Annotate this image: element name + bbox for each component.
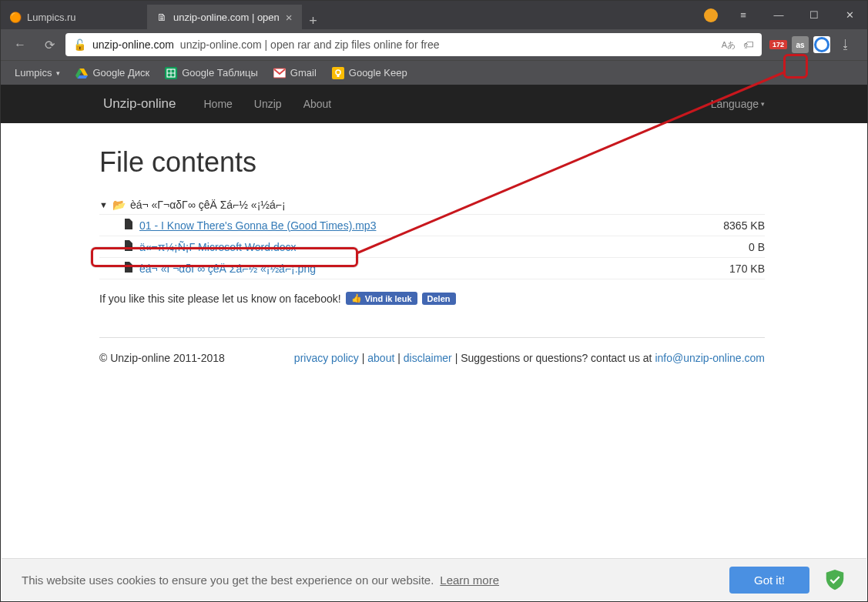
site-navbar: Unzip-online Home Unzip About Language ▾ (1, 85, 867, 123)
language-dropdown[interactable]: Language ▾ (711, 98, 765, 110)
bookmark-label: Gmail (290, 67, 317, 79)
file-row: èá¬ «Γ¬αδΓ∞ çêÄ Σá⌐½ «¡½á⌐¡.png 170 KB (99, 257, 765, 279)
globe-icon: 🟠 (10, 12, 21, 22)
translate-icon[interactable]: Aあ (722, 39, 736, 51)
bookmark-gmail[interactable]: Gmail (267, 64, 323, 82)
file-link[interactable]: ä«¬π¼¡Ñ¡Γ Microsoft Word.docx (139, 241, 296, 253)
facebook-share-button[interactable]: Delen (422, 293, 456, 305)
file-row: ä«¬π¼¡Ñ¡Γ Microsoft Word.docx 0 B (99, 236, 765, 257)
close-window-button[interactable]: ✕ (832, 1, 867, 29)
extension-badge[interactable]: 172 (769, 40, 787, 49)
extension-orange-icon[interactable] (704, 8, 718, 22)
titlebar: 🟠 Lumpics.ru 🗎 unzip-online.com | open ×… (1, 1, 867, 29)
footer-links: privacy policy | about | disclaimer | Su… (294, 352, 765, 364)
page-heading: File contents (99, 146, 765, 179)
file-row: 01 - I Know There's Gonna Be (Good Times… (99, 214, 765, 236)
footer-disclaimer[interactable]: disclaimer (404, 352, 452, 364)
file-icon (124, 219, 133, 232)
svg-rect-10 (337, 75, 339, 77)
footer-about[interactable]: about (367, 352, 394, 364)
language-label: Language (711, 98, 759, 110)
file-icon (124, 262, 133, 275)
new-tab-button[interactable]: + (302, 13, 325, 29)
maximize-button[interactable]: ☐ (796, 1, 832, 29)
address-bar: ← ⟳ 🔓 unzip-online.com unzip-online.com … (1, 29, 867, 60)
cookie-banner: This website uses cookies to ensure you … (2, 558, 866, 600)
tab-title: unzip-online.com | open (173, 12, 280, 23)
back-button[interactable]: ← (7, 33, 33, 56)
tab-lumpics[interactable]: 🟠 Lumpics.ru (1, 5, 147, 29)
bookmark-google-sheets[interactable]: Google Таблицы (159, 64, 264, 82)
bookmark-google-keep[interactable]: Google Keep (326, 64, 414, 82)
bookmark-icon[interactable]: 🏷 (743, 38, 754, 51)
reload-button[interactable]: ⟳ (36, 33, 62, 56)
file-size: 170 KB (729, 263, 765, 275)
cookie-text: This website uses cookies to ensure you … (22, 574, 434, 587)
footer-email[interactable]: info@unzip-online.com (655, 352, 765, 364)
url-input[interactable]: 🔓 unzip-online.com unzip-online.com | op… (65, 33, 762, 56)
folder-icon: 📂 (112, 199, 126, 211)
footer-suggest: Suggestions or questions? contact us at (461, 352, 655, 364)
page-content: File contents ▼ 📂 èá¬ «Γ¬αδΓ∞ çêÄ Σá⌐½ «… (1, 123, 867, 364)
keep-icon (332, 67, 344, 79)
download-icon[interactable]: ⭳ (835, 38, 856, 52)
extensions-row: 172 as ⭳ (765, 36, 861, 53)
file-link[interactable]: 01 - I Know There's Gonna Be (Good Times… (139, 219, 376, 232)
facebook-row: If you like this site please let us know… (99, 286, 765, 316)
chevron-down-icon: ▾ (761, 100, 765, 108)
footer: © Unzip-online 2011-2018 privacy policy … (99, 352, 765, 364)
facebook-text: If you like this site please let us know… (99, 293, 341, 305)
url-domain: unzip-online.com (92, 38, 174, 51)
menu-button[interactable]: ≡ (726, 1, 761, 29)
footer-privacy[interactable]: privacy policy (294, 352, 359, 364)
folder-name: èá¬ «Γ¬αδΓ∞ çêÄ Σá⌐½ «¡½á⌐¡ (130, 199, 286, 211)
gmail-icon (273, 67, 286, 79)
svg-rect-8 (332, 67, 344, 79)
extension-lastfm-icon[interactable]: as (792, 36, 809, 53)
tab-unzip-online[interactable]: 🗎 unzip-online.com | open × (147, 5, 302, 29)
bookmark-label: Lumpics (15, 67, 52, 79)
folder-row[interactable]: ▼ 📂 èá¬ «Γ¬αδΓ∞ çêÄ Σá⌐½ «¡½á⌐¡ (99, 196, 765, 214)
lock-icon: 🔓 (73, 38, 86, 51)
divider (99, 337, 765, 338)
bookmarks-bar: Lumpics ▾ Google Диск Google Таблицы Gma… (1, 60, 867, 85)
minimize-button[interactable]: — (761, 1, 796, 29)
bookmark-label: Google Таблицы (182, 67, 258, 79)
file-icon (124, 240, 133, 253)
bookmark-label: Google Диск (92, 67, 149, 79)
thumbs-up-icon: 👍 (351, 293, 362, 303)
file-size: 8365 KB (723, 219, 765, 232)
site-brand[interactable]: Unzip-online (103, 96, 176, 112)
cookie-learn-more[interactable]: Learn more (440, 574, 499, 587)
tab-title: Lumpics.ru (27, 12, 76, 23)
nav-unzip[interactable]: Unzip (243, 98, 293, 110)
chevron-down-icon: ▾ (56, 69, 60, 77)
extension-grammarly-icon[interactable] (813, 36, 830, 53)
nav-home[interactable]: Home (193, 98, 243, 110)
facebook-like-button[interactable]: 👍 Vind ik leuk (346, 292, 417, 305)
drive-icon (75, 67, 88, 79)
url-title: unzip-online.com | open rar and zip file… (180, 38, 440, 51)
window-controls: ≡ — ☐ ✕ (704, 1, 867, 29)
bookmark-lumpics[interactable]: Lumpics ▾ (8, 64, 66, 82)
nav-about[interactable]: About (293, 98, 343, 110)
file-tree: ▼ 📂 èá¬ «Γ¬αδΓ∞ çêÄ Σá⌐½ «¡½á⌐¡ 01 - I K… (99, 196, 765, 279)
file-link[interactable]: èá¬ «Γ¬αδΓ∞ çêÄ Σá⌐½ «¡½á⌐¡.png (139, 263, 316, 275)
sheets-icon (165, 67, 177, 79)
copyright: © Unzip-online 2011-2018 (99, 352, 225, 364)
caret-down-icon: ▼ (99, 200, 108, 209)
bookmark-google-drive[interactable]: Google Диск (69, 64, 156, 82)
bookmark-label: Google Keep (349, 67, 407, 79)
shield-icon[interactable] (823, 568, 846, 591)
file-size: 0 B (749, 241, 765, 253)
close-icon[interactable]: × (286, 11, 293, 24)
cookie-accept-button[interactable]: Got it! (729, 567, 809, 594)
page-icon: 🗎 (156, 12, 167, 22)
